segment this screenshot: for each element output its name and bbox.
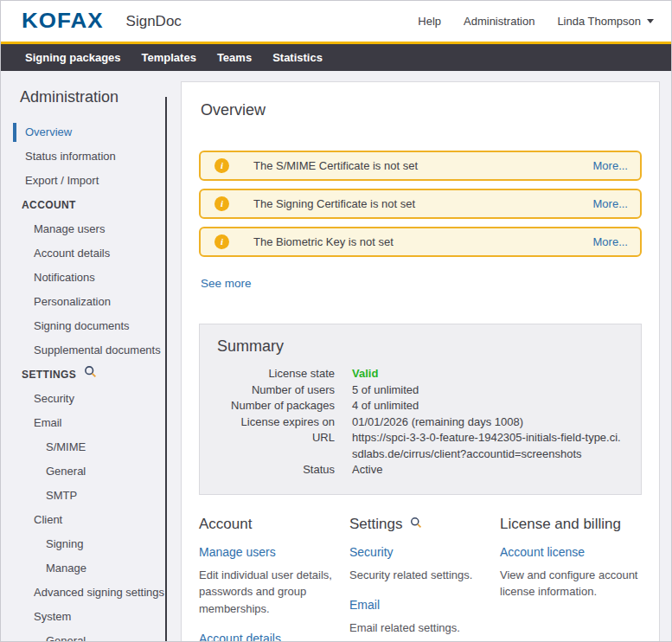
- sidebar-section-account: ACCOUNT: [1, 193, 165, 217]
- summary-label: Status: [217, 462, 335, 478]
- security-link[interactable]: Security: [349, 545, 491, 559]
- alert-text: The S/MIME Certificate is not set: [253, 159, 418, 172]
- sidebar-divider: [165, 97, 167, 642]
- help-link[interactable]: Help: [418, 15, 441, 28]
- summary-label: License state: [217, 366, 335, 382]
- summary-row-status: Status Active: [217, 462, 624, 478]
- summary-value: 5 of unlimited: [352, 382, 624, 399]
- sidebar-item-notifications[interactable]: Notifications: [1, 266, 165, 290]
- sidebar-item-email-general[interactable]: General: [1, 459, 165, 484]
- alert-signing-certificate: i The Signing Certificate is not set Mor…: [199, 189, 642, 219]
- email-link[interactable]: Email: [349, 598, 491, 612]
- sidebar-item-client-manage[interactable]: Manage: [1, 556, 165, 581]
- nav-statistics[interactable]: Statistics: [272, 51, 323, 64]
- caret-down-icon: [647, 19, 654, 23]
- manage-users-link[interactable]: Manage users: [199, 545, 341, 559]
- email-description: Email related settings.: [349, 620, 491, 637]
- alert-more-link[interactable]: More...: [593, 235, 628, 248]
- summary-row-license-state: License state Valid: [217, 366, 624, 382]
- summary-value: 01/01/2026 (remaining days 1008): [352, 414, 624, 431]
- manage-users-description: Edit individual user details, passwords …: [199, 567, 341, 618]
- summary-label: Number of users: [217, 382, 335, 399]
- sidebar-item-supplemental-documents[interactable]: Supplemental documents: [1, 338, 165, 363]
- sidebar-item-personalization[interactable]: Personalization: [1, 290, 165, 314]
- search-icon[interactable]: [84, 363, 97, 387]
- sidebar-item-overview[interactable]: Overview: [1, 120, 165, 144]
- sidebar-item-advanced-signing-settings[interactable]: Advanced signing settings: [1, 581, 165, 605]
- info-icon: i: [214, 196, 229, 211]
- summary-label: License expires on: [217, 414, 335, 431]
- sidebar-item-account-details[interactable]: Account details: [1, 241, 165, 266]
- kofax-logo: KOFAX: [22, 9, 104, 34]
- overview-panel: Overview i The S/MIME Certificate is not…: [181, 81, 660, 642]
- sidebar-item-client[interactable]: Client: [1, 508, 165, 532]
- alert-list: i The S/MIME Certificate is not set More…: [199, 151, 642, 257]
- sidebar-settings-label: SETTINGS: [22, 363, 76, 387]
- nav-teams[interactable]: Teams: [217, 51, 252, 64]
- settings-column-title: Settings: [349, 516, 491, 533]
- admin-sidebar: Administration Overview Status informati…: [1, 71, 165, 642]
- content-area: Administration Overview Status informati…: [1, 71, 671, 642]
- administration-link[interactable]: Administration: [464, 15, 534, 28]
- alert-smime-certificate: i The S/MIME Certificate is not set More…: [199, 151, 642, 181]
- summary-url-value: https://spci-3-3-0-feature-1942305-initi…: [352, 430, 624, 462]
- account-license-description: View and configure account license infor…: [500, 567, 642, 600]
- summary-row-license-expires: License expires on 01/01/2026 (remaining…: [217, 414, 624, 431]
- sidebar-item-export-import[interactable]: Export / Import: [1, 169, 165, 193]
- sidebar-item-signing-documents[interactable]: Signing documents: [1, 314, 165, 338]
- summary-row-number-of-users: Number of users 5 of unlimited: [217, 382, 624, 399]
- sidebar-item-system[interactable]: System: [1, 605, 165, 629]
- account-license-link[interactable]: Account license: [500, 545, 642, 559]
- top-header: KOFAX SignDoc Help Administration Linda …: [1, 1, 671, 42]
- sidebar-section-settings: SETTINGS: [1, 363, 165, 387]
- summary-box: Summary License state Valid Number of us…: [199, 324, 642, 495]
- alert-biometric-key: i The Biometric Key is not set More...: [199, 227, 642, 257]
- main-navbar: Signing packages Templates Teams Statist…: [1, 44, 671, 71]
- alert-text: The Signing Certificate is not set: [253, 197, 415, 210]
- nav-templates[interactable]: Templates: [142, 51, 196, 64]
- sidebar-title: Administration: [1, 83, 165, 120]
- user-name: Linda Thompson: [557, 15, 641, 28]
- sidebar-item-status-information[interactable]: Status information: [1, 144, 165, 169]
- header-links: Help Administration Linda Thompson: [418, 15, 654, 28]
- account-column: Account Manage users Edit individual use…: [199, 516, 341, 642]
- alert-more-link[interactable]: More...: [593, 159, 628, 172]
- alert-text: The Biometric Key is not set: [253, 235, 394, 248]
- sidebar-item-security[interactable]: Security: [1, 387, 165, 411]
- settings-title-label: Settings: [349, 516, 402, 533]
- license-state-value: Valid: [352, 366, 624, 382]
- sidebar-item-smime[interactable]: S/MIME: [1, 435, 165, 459]
- sidebar-item-client-signing[interactable]: Signing: [1, 532, 165, 556]
- account-details-link[interactable]: Account details: [199, 632, 341, 642]
- info-icon: i: [214, 158, 229, 173]
- see-more-link[interactable]: See more: [201, 277, 252, 290]
- summary-label: URL: [217, 430, 335, 462]
- search-icon[interactable]: [410, 516, 422, 533]
- summary-title: Summary: [217, 337, 624, 356]
- summary-value: 4 of unlimited: [352, 398, 624, 414]
- info-icon: i: [214, 234, 229, 249]
- product-name: SignDoc: [126, 13, 182, 30]
- license-billing-column-title: License and billing: [500, 516, 642, 533]
- nav-signing-packages[interactable]: Signing packages: [25, 51, 121, 64]
- account-column-title: Account: [199, 516, 341, 533]
- page-title: Overview: [201, 101, 642, 119]
- summary-row-url: URL https://spci-3-3-0-feature-1942305-i…: [217, 430, 624, 462]
- sidebar-item-manage-users[interactable]: Manage users: [1, 217, 165, 241]
- summary-row-number-of-packages: Number of packages 4 of unlimited: [217, 398, 624, 414]
- summary-value: Active: [352, 462, 624, 478]
- security-description: Security related settings.: [349, 567, 491, 584]
- alert-more-link[interactable]: More...: [593, 197, 628, 210]
- sidebar-item-smtp[interactable]: SMTP: [1, 484, 165, 508]
- shortcut-columns: Account Manage users Edit individual use…: [199, 516, 642, 642]
- sidebar-item-system-general[interactable]: General: [1, 629, 165, 642]
- user-menu[interactable]: Linda Thompson: [557, 15, 654, 28]
- settings-column: Settings Security Security related setti…: [349, 516, 491, 642]
- summary-label: Number of packages: [217, 398, 335, 414]
- sidebar-item-email[interactable]: Email: [1, 411, 165, 435]
- license-billing-column: License and billing Account license View…: [500, 516, 642, 642]
